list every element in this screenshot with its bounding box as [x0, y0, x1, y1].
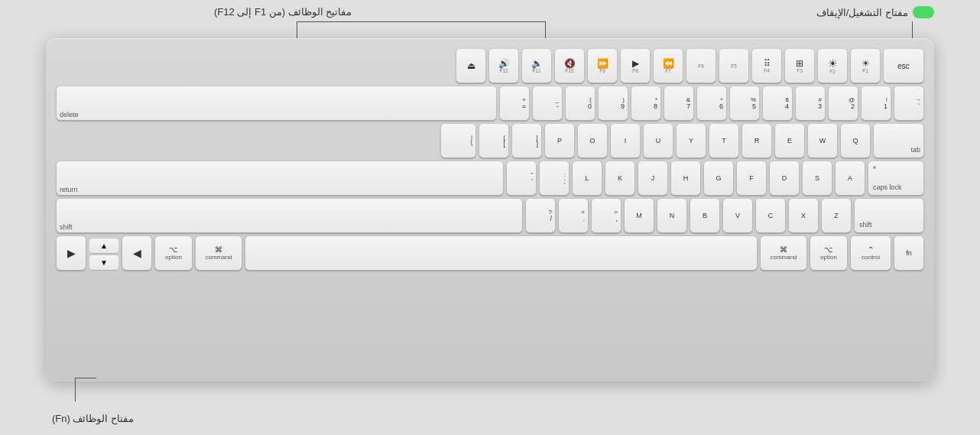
- key-arrow-right[interactable]: ▶: [57, 236, 86, 270]
- key-return[interactable]: return: [57, 161, 503, 195]
- key-f5[interactable]: F5: [719, 49, 748, 83]
- key-arrow-left[interactable]: ◀: [122, 236, 151, 270]
- zxcv-row: shift Z X C V B N M < , > . ? / shift: [57, 199, 923, 232]
- key-j[interactable]: J: [638, 161, 667, 195]
- key-r[interactable]: R: [742, 124, 771, 157]
- key-rbracket[interactable]: } ]: [479, 124, 508, 157]
- key-f1[interactable]: ☀ F1: [851, 49, 880, 83]
- key-eject[interactable]: ⏏: [456, 49, 485, 83]
- fn-label: مفتاح الوظائف (Fn): [52, 413, 134, 424]
- key-f9[interactable]: ⏩ F9: [588, 49, 617, 83]
- key-caps-lock[interactable]: caps lock: [868, 161, 923, 195]
- key-control[interactable]: ⌃ control: [851, 236, 891, 270]
- key-h[interactable]: H: [671, 161, 700, 195]
- asdf-row: caps lock A S D F G H J K L : ; " ' retu…: [57, 161, 923, 195]
- key-minus[interactable]: _ -: [533, 86, 562, 120]
- key-k[interactable]: K: [605, 161, 634, 195]
- key-o[interactable]: O: [578, 124, 607, 157]
- key-command-right[interactable]: ⌘ command: [196, 236, 242, 270]
- fn-line-h: [75, 378, 96, 378]
- key-e[interactable]: E: [775, 124, 804, 157]
- key-option-left[interactable]: ⌥ option: [810, 236, 847, 270]
- key-f6[interactable]: F6: [686, 49, 716, 83]
- key-slash[interactable]: ? /: [526, 199, 555, 232]
- fn-row: esc ☀ F1 ☀ F2 ⊞ F3 ⠿ F4 F5 F6: [57, 49, 923, 83]
- key-t[interactable]: T: [709, 124, 738, 157]
- key-i[interactable]: I: [611, 124, 640, 157]
- key-y[interactable]: Y: [677, 124, 706, 157]
- key-2[interactable]: @ 2: [829, 86, 858, 120]
- funckeys-label: مفاتيح الوظائف (من F1 إلى F12): [214, 6, 352, 18]
- key-f10[interactable]: 🔇 F10: [555, 49, 584, 83]
- key-9[interactable]: ( 9: [599, 86, 628, 120]
- key-shift-right[interactable]: shift: [57, 199, 522, 232]
- key-f7[interactable]: ⏪ F7: [654, 49, 683, 83]
- key-f12[interactable]: 🔊 F12: [489, 49, 518, 83]
- key-5[interactable]: % 5: [730, 86, 759, 120]
- key-0[interactable]: ) 0: [566, 86, 595, 120]
- key-backslash[interactable]: | \: [441, 124, 475, 157]
- key-7[interactable]: & 7: [664, 86, 693, 120]
- key-p[interactable]: P: [545, 124, 574, 157]
- key-g[interactable]: G: [704, 161, 733, 195]
- key-z[interactable]: Z: [822, 199, 851, 232]
- key-u[interactable]: U: [644, 124, 673, 157]
- key-q[interactable]: Q: [841, 124, 870, 157]
- page-container: مفتاح التشغيل/الإيقاف مفاتيح الوظائف (من…: [0, 0, 980, 435]
- key-command-left[interactable]: ⌘ command: [761, 236, 806, 270]
- power-label: مفتاح التشغيل/الإيقاف: [816, 6, 934, 18]
- key-6[interactable]: ^ 6: [697, 86, 726, 120]
- key-c[interactable]: C: [756, 199, 785, 232]
- key-n[interactable]: N: [657, 199, 686, 232]
- key-esc[interactable]: esc: [884, 49, 923, 83]
- key-a[interactable]: A: [836, 161, 865, 195]
- key-delete[interactable]: delete: [57, 86, 496, 120]
- key-f4[interactable]: ⠿ F4: [752, 49, 781, 83]
- fn-label-container: مفتاح الوظائف (Fn): [52, 413, 134, 424]
- key-lbracket[interactable]: { [: [512, 124, 541, 157]
- key-3[interactable]: # 3: [796, 86, 825, 120]
- key-semicolon[interactable]: : ;: [540, 161, 569, 195]
- power-toggle[interactable]: [913, 6, 934, 18]
- key-x[interactable]: X: [789, 199, 818, 232]
- bottom-row: fn ⌃ control ⌥ option ⌘ command ⌘ comman…: [57, 236, 923, 270]
- key-l[interactable]: L: [573, 161, 602, 195]
- fn-line-v: [75, 378, 76, 401]
- key-f2[interactable]: ☀ F2: [818, 49, 847, 83]
- key-equals[interactable]: + =: [500, 86, 529, 120]
- funckeys-line-top: [297, 21, 545, 22]
- key-quote[interactable]: " ': [507, 161, 536, 195]
- key-comma[interactable]: < ,: [592, 199, 621, 232]
- qwerty-row: tab Q W E R T Y U I O P { [ } ] | \: [57, 124, 923, 157]
- key-f8[interactable]: ▶ F8: [621, 49, 650, 83]
- key-m[interactable]: M: [625, 199, 654, 232]
- key-shift-left[interactable]: shift: [855, 199, 923, 232]
- key-4[interactable]: $ 4: [763, 86, 792, 120]
- key-w[interactable]: W: [808, 124, 837, 157]
- key-f[interactable]: F: [737, 161, 766, 195]
- key-space[interactable]: [245, 236, 757, 270]
- number-row: ~ ` ! 1 @ 2 # 3 $ 4 % 5: [57, 86, 923, 120]
- key-tab[interactable]: tab: [874, 124, 923, 157]
- key-1[interactable]: ! 1: [862, 86, 891, 120]
- key-f11[interactable]: 🔉 F11: [522, 49, 551, 83]
- key-b[interactable]: B: [690, 199, 719, 232]
- arrow-ud-container: ▲ ▼: [89, 239, 118, 270]
- key-f3[interactable]: ⊞ F3: [785, 49, 814, 83]
- key-d[interactable]: D: [770, 161, 799, 195]
- key-8[interactable]: * 8: [631, 86, 660, 120]
- key-fn[interactable]: fn: [894, 236, 923, 270]
- keyboard-body: esc ☀ F1 ☀ F2 ⊞ F3 ⠿ F4 F5 F6: [46, 38, 934, 381]
- key-s[interactable]: S: [803, 161, 832, 195]
- key-backtick[interactable]: ~ `: [894, 86, 923, 120]
- key-v[interactable]: V: [723, 199, 752, 232]
- key-option-right[interactable]: ⌥ option: [155, 236, 192, 270]
- key-arrow-up[interactable]: ▲: [89, 239, 118, 253]
- key-arrow-down[interactable]: ▼: [89, 255, 118, 270]
- key-period[interactable]: > .: [559, 199, 588, 232]
